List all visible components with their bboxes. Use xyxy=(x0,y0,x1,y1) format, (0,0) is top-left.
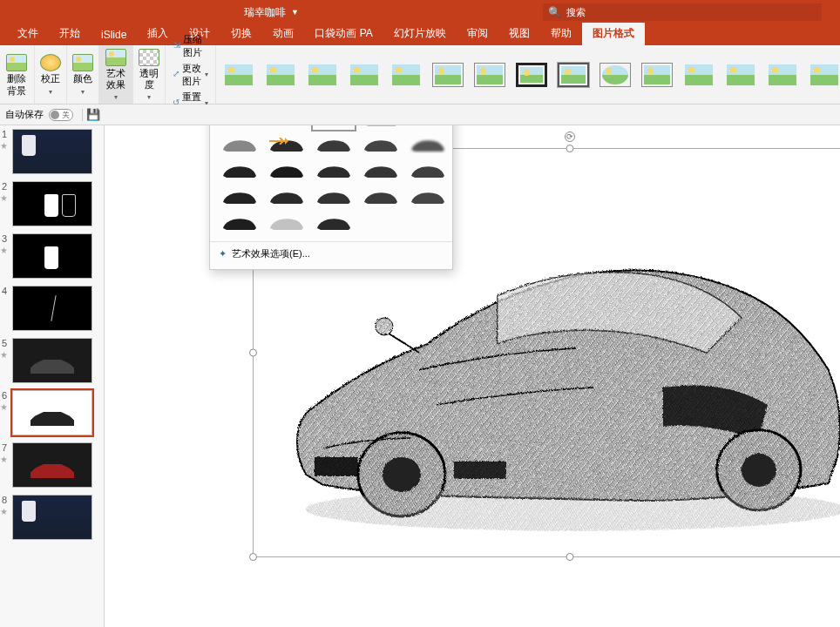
options-icon: ✦ xyxy=(219,248,227,260)
artistic-effect-pencil-sketch[interactable] xyxy=(313,125,355,130)
artistic-effect-8[interactable] xyxy=(313,135,355,156)
slide-number: 4 xyxy=(2,286,7,296)
remove-bg-button[interactable]: 删除背景 xyxy=(0,45,35,104)
tab-islide[interactable]: iSlide xyxy=(91,25,137,45)
slide-thumb-5[interactable]: 5 ★ xyxy=(0,334,104,387)
tab-slideshow[interactable]: 幻灯片放映 xyxy=(383,23,457,45)
picture-style-9[interactable] xyxy=(558,63,589,87)
title-dropdown-icon[interactable]: ▼ xyxy=(291,8,299,17)
slide-number: 5 xyxy=(2,338,7,348)
slide-thumbnail-panel: 1 ★ 2 ★ 3 ★ 4 5 ★ 6 ★ 7 ★ xyxy=(0,125,105,627)
slide-canvas-area[interactable]: ✦ 艺术效果选项(E)... xyxy=(105,125,840,627)
svg-point-12 xyxy=(741,453,776,486)
doc-title-text: 瑞幸咖啡 xyxy=(244,5,286,20)
tab-pocket-anim[interactable]: 口袋动画 PA xyxy=(304,23,383,45)
title-bar: 瑞幸咖啡 ▼ 🔍 搜索 xyxy=(0,0,840,24)
artistic-effect-16[interactable] xyxy=(219,187,261,208)
picture-style-2[interactable] xyxy=(265,63,296,87)
artistic-effect-20[interactable] xyxy=(407,187,449,208)
slide-thumb-7[interactable]: 7 ★ xyxy=(0,439,104,491)
autosave-label: 自动保存 xyxy=(5,108,44,121)
tab-review[interactable]: 审阅 xyxy=(457,23,498,45)
compress-pictures-button[interactable]: ⇲压缩图片 xyxy=(173,33,208,59)
svg-marker-19 xyxy=(285,138,288,145)
artistic-effect-13[interactable] xyxy=(313,161,355,182)
picture-style-5[interactable] xyxy=(390,63,422,87)
artistic-effects-button[interactable]: 艺术效果▾ xyxy=(99,45,134,104)
artistic-effect-5[interactable] xyxy=(407,125,449,130)
svg-rect-16 xyxy=(453,461,505,478)
slide-thumb-1[interactable]: 1 ★ xyxy=(0,125,104,178)
resize-handle-ml[interactable] xyxy=(249,349,257,357)
chevron-down-icon: ▾ xyxy=(114,93,118,101)
svg-line-14 xyxy=(388,333,418,352)
ribbon-bar: 删除背景 校正▾ 颜色▾ 艺术效果▾ 透明度▾ ⇲压缩图片 ⤢更改图片▾ ↺重置… xyxy=(0,45,840,104)
picture-style-15[interactable] xyxy=(809,63,840,87)
save-icon[interactable]: 💾 xyxy=(86,108,100,121)
artistic-effect-11[interactable] xyxy=(219,161,261,182)
resize-handle-bc[interactable] xyxy=(566,553,574,561)
picture-style-11[interactable] xyxy=(641,63,673,87)
artistic-effect-9[interactable] xyxy=(360,135,402,156)
remove-bg-label: 删除背景 xyxy=(5,73,29,96)
search-box[interactable]: 🔍 搜索 xyxy=(543,3,822,21)
corrections-button[interactable]: 校正▾ xyxy=(35,45,67,104)
slide-thumb-6[interactable]: 6 ★ xyxy=(0,387,104,439)
artistic-effect-21[interactable] xyxy=(219,213,261,234)
picture-style-1[interactable] xyxy=(223,63,254,87)
artistic-effect-2[interactable] xyxy=(266,125,308,130)
picture-style-13[interactable] xyxy=(725,63,756,87)
slide-thumb-3[interactable]: 3 ★ xyxy=(0,230,104,282)
svg-point-9 xyxy=(382,456,420,491)
picture-style-14[interactable] xyxy=(767,63,798,87)
resize-handle-tc[interactable] xyxy=(566,145,574,152)
artistic-effect-14[interactable] xyxy=(360,161,402,182)
artistic-effects-options-button[interactable]: ✦ 艺术效果选项(E)... xyxy=(210,241,452,266)
doc-title: 瑞幸咖啡 ▼ xyxy=(244,5,299,20)
animation-indicator-icon: ★ xyxy=(0,350,8,360)
artistic-effect-15[interactable] xyxy=(407,161,449,182)
search-icon: 🔍 xyxy=(548,6,561,18)
artistic-label: 艺术效果 xyxy=(106,68,125,90)
chevron-down-icon: ▾ xyxy=(205,71,208,78)
artistic-effects-options-label: 艺术效果选项(E)... xyxy=(232,247,310,260)
picture-style-7[interactable] xyxy=(474,63,505,87)
artistic-effect-23[interactable] xyxy=(313,213,355,234)
artistic-effect-none[interactable] xyxy=(219,125,261,130)
search-placeholder: 搜索 xyxy=(566,6,586,19)
svg-point-18 xyxy=(305,487,840,530)
tab-animations[interactable]: 动画 xyxy=(262,23,304,45)
picture-style-6[interactable] xyxy=(432,63,464,87)
tab-transitions[interactable]: 切换 xyxy=(220,23,262,45)
artistic-effect-17[interactable] xyxy=(266,187,308,208)
transparency-button[interactable]: 透明度▾ xyxy=(133,45,166,104)
slide-thumb-8[interactable]: 8 ★ xyxy=(0,491,104,543)
artistic-effect-22[interactable] xyxy=(266,213,308,234)
rotate-handle[interactable] xyxy=(565,131,575,142)
artistic-effect-blur[interactable] xyxy=(407,135,449,156)
picture-styles-gallery: 图片样式 xyxy=(216,45,840,104)
picture-style-3[interactable] xyxy=(307,63,338,87)
slide-thumb-2[interactable]: 2 ★ xyxy=(0,178,104,230)
tab-help[interactable]: 帮助 xyxy=(540,23,582,45)
color-button[interactable]: 颜色▾ xyxy=(67,45,99,104)
picture-style-4[interactable] xyxy=(349,63,380,87)
artistic-effect-19[interactable] xyxy=(360,187,402,208)
autosave-toggle[interactable]: 关 xyxy=(49,109,73,121)
slide-thumb-4[interactable]: 4 xyxy=(0,282,104,334)
picture-style-8[interactable] xyxy=(516,63,547,87)
tab-home[interactable]: 开始 xyxy=(49,23,91,45)
change-picture-button[interactable]: ⤢更改图片▾ xyxy=(173,62,208,88)
svg-rect-15 xyxy=(314,456,357,475)
tab-file[interactable]: 文件 xyxy=(7,23,49,45)
resize-handle-bl[interactable] xyxy=(249,553,257,561)
artistic-effect-12[interactable] xyxy=(266,161,308,182)
artistic-effect-4[interactable] xyxy=(360,125,402,130)
artistic-effect-6[interactable] xyxy=(219,135,261,156)
picture-style-10[interactable] xyxy=(600,63,631,87)
tab-view[interactable]: 视图 xyxy=(498,23,540,45)
picture-style-12[interactable] xyxy=(683,63,715,87)
separator xyxy=(82,109,83,121)
tab-picture-format[interactable]: 图片格式 xyxy=(582,23,645,45)
artistic-effect-18[interactable] xyxy=(313,187,355,208)
